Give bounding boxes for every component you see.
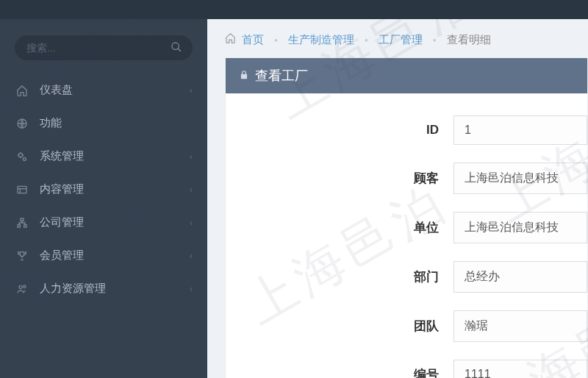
sidebar-item-label: 系统管理 bbox=[40, 149, 84, 163]
sidebar: 仪表盘 ‹ 功能 系统管理 ‹ 内容管理 bbox=[0, 19, 207, 378]
form-value: 1 bbox=[453, 115, 587, 145]
svg-point-12 bbox=[24, 285, 26, 288]
form-row-number: 编号 1111 bbox=[226, 360, 587, 378]
sidebar-item-hr[interactable]: 人力资源管理 ‹ bbox=[0, 272, 207, 305]
search-icon[interactable] bbox=[171, 41, 182, 56]
main: 首页 ● 生产制造管理 ● 工厂管理 ● 查看明细 查看工厂 ID 1 bbox=[207, 19, 588, 378]
search-wrap bbox=[0, 19, 207, 74]
svg-rect-10 bbox=[24, 224, 26, 227]
form-value: 1111 bbox=[453, 360, 587, 378]
form-row-team: 团队 瀚琚 bbox=[226, 310, 587, 342]
sidebar-item-member[interactable]: 会员管理 ‹ bbox=[0, 239, 207, 272]
form-label: 编号 bbox=[226, 366, 453, 379]
chevron-left-icon: ‹ bbox=[190, 218, 193, 228]
panel-title: 查看工厂 bbox=[255, 67, 308, 85]
svg-line-1 bbox=[178, 49, 181, 51]
sidebar-item-label: 公司管理 bbox=[40, 215, 84, 229]
sitemap-icon bbox=[15, 217, 29, 229]
svg-point-0 bbox=[172, 43, 179, 49]
svg-rect-5 bbox=[18, 186, 26, 193]
form-value: 瀚琚 bbox=[453, 310, 587, 342]
form-row-unit: 单位 上海邑泊信息科技 bbox=[226, 212, 587, 243]
home-icon bbox=[15, 85, 29, 96]
sidebar-item-label: 会员管理 bbox=[40, 249, 84, 263]
chevron-left-icon: ‹ bbox=[190, 85, 193, 96]
sidebar-item-content[interactable]: 内容管理 ‹ bbox=[0, 173, 207, 206]
topbar bbox=[0, 0, 588, 19]
home-icon bbox=[225, 33, 239, 46]
form-row-department: 部门 总经办 bbox=[226, 261, 587, 293]
breadcrumb-link[interactable]: 生产制造管理 bbox=[288, 33, 354, 47]
chevron-left-icon: ‹ bbox=[190, 284, 193, 294]
form-label: 单位 bbox=[226, 219, 453, 236]
breadcrumb-separator: ● bbox=[274, 37, 278, 43]
trophy-icon bbox=[15, 250, 29, 262]
chevron-left-icon: ‹ bbox=[190, 185, 193, 195]
lock-icon bbox=[239, 70, 249, 82]
sidebar-nav: 仪表盘 ‹ 功能 系统管理 ‹ 内容管理 bbox=[0, 74, 207, 305]
svg-rect-8 bbox=[21, 218, 24, 221]
cogs-icon bbox=[15, 151, 29, 163]
sidebar-item-company[interactable]: 公司管理 ‹ bbox=[0, 206, 207, 239]
breadcrumb-separator: ● bbox=[433, 37, 437, 43]
layout-icon bbox=[15, 184, 29, 196]
breadcrumb-link[interactable]: 工厂管理 bbox=[379, 33, 423, 47]
form-value: 上海邑泊信息科技 bbox=[453, 163, 587, 194]
sidebar-item-label: 内容管理 bbox=[40, 182, 84, 196]
form-value: 上海邑泊信息科技 bbox=[453, 212, 587, 243]
breadcrumb-separator: ● bbox=[365, 37, 368, 43]
form-row-customer: 顾客 上海邑泊信息科技 bbox=[226, 163, 587, 194]
globe-icon bbox=[15, 118, 29, 129]
breadcrumb-home[interactable]: 首页 bbox=[225, 32, 264, 47]
form: ID 1 顾客 上海邑泊信息科技 单位 上海邑泊信息科技 部门 总经办 团队 bbox=[226, 93, 587, 378]
svg-point-3 bbox=[18, 153, 22, 157]
svg-rect-9 bbox=[18, 224, 20, 227]
sidebar-item-features[interactable]: 功能 bbox=[0, 107, 207, 140]
sidebar-item-label: 功能 bbox=[40, 116, 62, 130]
sidebar-item-dashboard[interactable]: 仪表盘 ‹ bbox=[0, 74, 207, 107]
sidebar-item-label: 仪表盘 bbox=[40, 83, 73, 97]
breadcrumb-current: 查看明细 bbox=[447, 33, 491, 47]
svg-point-4 bbox=[23, 157, 26, 160]
sidebar-item-label: 人力资源管理 bbox=[40, 282, 106, 296]
users-icon bbox=[15, 283, 29, 295]
form-label: 顾客 bbox=[226, 170, 453, 187]
form-row-id: ID 1 bbox=[226, 115, 587, 145]
form-label: ID bbox=[226, 123, 453, 138]
search-input[interactable] bbox=[15, 35, 193, 60]
chevron-left-icon: ‹ bbox=[190, 251, 193, 261]
chevron-left-icon: ‹ bbox=[190, 151, 193, 162]
form-label: 团队 bbox=[226, 318, 453, 335]
breadcrumb: 首页 ● 生产制造管理 ● 工厂管理 ● 查看明细 bbox=[207, 19, 588, 57]
form-value: 总经办 bbox=[453, 261, 587, 293]
sidebar-item-system[interactable]: 系统管理 ‹ bbox=[0, 140, 207, 173]
svg-point-11 bbox=[19, 285, 22, 288]
breadcrumb-link[interactable]: 首页 bbox=[242, 33, 264, 46]
panel-header: 查看工厂 bbox=[226, 58, 587, 93]
form-label: 部门 bbox=[226, 268, 453, 285]
panel-view-factory: 查看工厂 ID 1 顾客 上海邑泊信息科技 单位 上海邑泊信息科技 部门 总经办 bbox=[225, 57, 588, 378]
